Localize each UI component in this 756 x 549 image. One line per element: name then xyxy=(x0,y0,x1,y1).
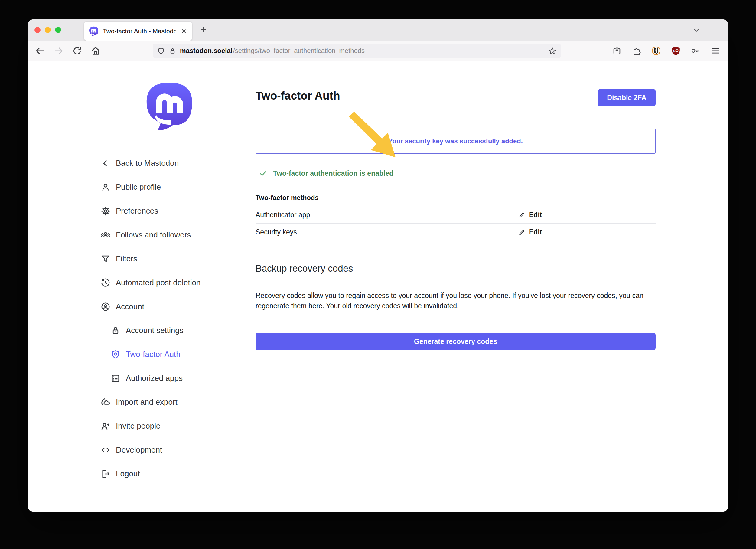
tracking-shield-icon[interactable] xyxy=(157,47,165,55)
sidebar-item-label: Preferences xyxy=(116,206,158,216)
table-row-authenticator-app: Authenticator app Edit xyxy=(256,206,656,224)
person-icon xyxy=(100,182,111,192)
zoom-window-button[interactable] xyxy=(55,27,61,33)
table-row-security-keys: Security keys Edit xyxy=(256,224,656,241)
mastodon-favicon xyxy=(89,26,99,36)
edit-label: Edit xyxy=(529,228,542,236)
backup-recovery-heading: Backup recovery codes xyxy=(256,263,353,274)
sidebar-item-label: Public profile xyxy=(116,182,161,192)
status-text: Two-factor authentication is enabled xyxy=(273,169,393,178)
pencil-icon xyxy=(518,228,526,236)
logout-icon xyxy=(100,469,111,479)
sidebar-item-label: Filters xyxy=(116,254,137,263)
close-tab-icon[interactable] xyxy=(181,28,187,34)
sidebar-item-label: Two-factor Auth xyxy=(126,350,181,359)
funnel-icon xyxy=(100,254,111,264)
extensions-puzzle-icon[interactable] xyxy=(631,46,642,56)
people-group-icon xyxy=(100,230,111,240)
edit-security-keys-link[interactable]: Edit xyxy=(518,228,542,236)
sidebar-item-logout[interactable]: Logout xyxy=(100,462,246,486)
browser-toolbar: mastodon.social /settings/two_factor_aut… xyxy=(28,41,728,61)
browser-tab[interactable]: Two-factor Auth - Mastodon xyxy=(84,22,192,41)
refresh-icon[interactable] xyxy=(72,46,82,56)
menu-hamburger-icon[interactable] xyxy=(710,46,720,56)
history-clock-icon xyxy=(100,278,111,288)
sidebar-item-account[interactable]: Account xyxy=(100,295,246,319)
sidebar-item-label: Follows and followers xyxy=(116,230,191,240)
page-title: Two-factor Auth xyxy=(256,90,340,102)
sidebar-item-authorized-apps[interactable]: Authorized apps xyxy=(100,366,246,390)
forward-icon[interactable] xyxy=(53,45,64,56)
tabs-chevron-down-icon[interactable] xyxy=(692,25,701,34)
sidebar-item-preferences[interactable]: Preferences xyxy=(100,199,246,223)
save-page-icon[interactable] xyxy=(612,46,622,56)
sidebar-item-label: Account settings xyxy=(126,326,184,335)
mastodon-logo xyxy=(145,82,194,130)
gear-icon xyxy=(100,206,111,216)
person-circle-icon xyxy=(100,302,111,312)
edit-authenticator-link[interactable]: Edit xyxy=(518,211,542,219)
table-header: Two-factor methods xyxy=(256,189,656,206)
sidebar-item-label: Back to Mastodon xyxy=(116,158,179,168)
sidebar-item-two-factor-auth[interactable]: Two-factor Auth xyxy=(100,342,246,366)
sidebar-item-development[interactable]: Development xyxy=(100,438,246,462)
settings-page: Back to Mastodon Public profile Preferen… xyxy=(28,61,728,512)
backup-recovery-description: Recovery codes allow you to regain acces… xyxy=(256,290,650,311)
method-name: Authenticator app xyxy=(256,211,310,219)
sidebar-item-label: Invite people xyxy=(116,421,160,431)
sidebar-item-back-to-mastodon[interactable]: Back to Mastodon xyxy=(100,151,246,175)
close-window-button[interactable] xyxy=(34,27,41,33)
svg-text:uO: uO xyxy=(673,48,679,53)
pencil-icon xyxy=(518,211,526,219)
method-name: Security keys xyxy=(256,228,297,236)
edit-label: Edit xyxy=(529,211,542,219)
url-path: /settings/two_factor_authentication_meth… xyxy=(233,47,544,55)
lock-icon xyxy=(110,325,121,336)
sidebar-item-label: Import and export xyxy=(116,397,178,407)
sidebar-item-automated-post-deletion[interactable]: Automated post deletion xyxy=(100,271,246,295)
main-content: Two-factor Auth Disable 2FA Your securit… xyxy=(256,61,656,512)
code-icon xyxy=(100,445,111,455)
sidebar-item-import-and-export[interactable]: Import and export xyxy=(100,390,246,414)
new-tab-plus-icon[interactable] xyxy=(199,25,208,34)
sidebar-item-filters[interactable]: Filters xyxy=(100,247,246,271)
sidebar-item-label: Development xyxy=(116,445,162,455)
check-icon xyxy=(259,169,268,178)
back-icon[interactable] xyxy=(34,45,45,56)
sidebar-item-account-settings[interactable]: Account settings xyxy=(100,319,246,342)
minimize-window-button[interactable] xyxy=(45,27,51,33)
sidebar-item-label: Automated post deletion xyxy=(116,278,200,287)
status-row: Two-factor authentication is enabled xyxy=(259,169,393,178)
person-plus-icon xyxy=(100,421,111,431)
two-factor-methods-table: Two-factor methods Authenticator app Edi… xyxy=(256,189,656,241)
sidebar-item-label: Authorized apps xyxy=(126,374,183,383)
disable-2fa-button[interactable]: Disable 2FA xyxy=(598,89,656,106)
sidebar-item-invite-people[interactable]: Invite people xyxy=(100,414,246,438)
sidebar-item-label: Account xyxy=(116,302,144,311)
bookmark-star-icon[interactable] xyxy=(548,47,557,55)
url-host: mastodon.social xyxy=(180,47,233,55)
cloud-import-icon xyxy=(100,397,111,407)
home-icon[interactable] xyxy=(90,45,101,56)
sidebar-item-follows-and-followers[interactable]: Follows and followers xyxy=(100,223,246,247)
sidebar-item-public-profile[interactable]: Public profile xyxy=(100,175,246,199)
screenshot-canvas: Two-factor Auth - Mastodon xyxy=(0,0,756,549)
chevron-left-icon xyxy=(100,158,111,168)
shield-check-icon xyxy=(110,349,121,360)
sidebar-item-label: Logout xyxy=(116,469,140,479)
success-notice: Your security key was successfully added… xyxy=(256,129,656,154)
key-icon[interactable] xyxy=(690,46,701,56)
privacy-badger-icon[interactable] xyxy=(651,46,661,56)
lock-icon[interactable] xyxy=(169,47,176,55)
tab-title: Two-factor Auth - Mastodon xyxy=(103,28,176,35)
ublock-origin-icon[interactable]: uO xyxy=(671,46,681,56)
settings-sidebar: Back to Mastodon Public profile Preferen… xyxy=(100,151,246,486)
tab-strip: Two-factor Auth - Mastodon xyxy=(28,19,728,41)
browser-window: Two-factor Auth - Mastodon xyxy=(28,19,728,512)
list-box-icon xyxy=(110,373,121,384)
generate-recovery-codes-button[interactable]: Generate recovery codes xyxy=(256,333,656,350)
url-bar[interactable]: mastodon.social /settings/two_factor_aut… xyxy=(153,44,561,58)
